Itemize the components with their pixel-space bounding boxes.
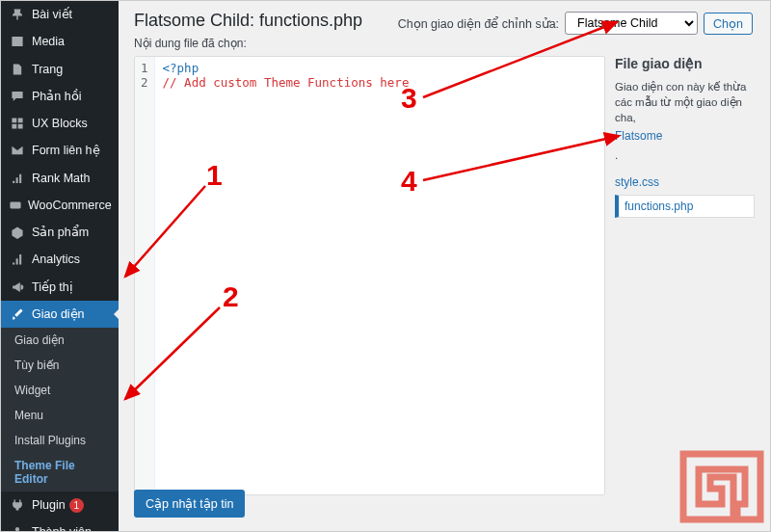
sidebar-item-label: Media [32,34,65,49]
update-file-button[interactable]: Cập nhật tập tin [134,490,245,518]
file-panel-desc: Giao diện con này kế thừa các mẫu từ một… [615,79,755,163]
annotation-number-1: 1 [206,159,223,192]
submenu-item-tùy-biến[interactable]: Tùy biến [1,353,119,378]
mail-icon [9,144,26,157]
submenu-item-menu[interactable]: Menu [1,403,119,428]
sidebar-item-trang[interactable]: Trang [1,56,119,83]
theme-select-label: Chọn giao diện để chỉnh sửa: [398,16,559,31]
submenu-item-giao-diện[interactable]: Giao diện [1,328,119,353]
file-panel-title: File giao diện [615,56,755,71]
sidebar-item-analytics[interactable]: Analytics [1,246,119,273]
sidebar-item-label: Sản phẩm [32,225,89,240]
sidebar-item-plugin[interactable]: Plugin1 [1,492,119,519]
sidebar-item-label: WooCommerce [28,198,112,213]
sidebar-item-label: Giao diện [32,306,85,322]
sidebar-item-rank-math[interactable]: Rank Math [1,165,119,192]
sidebar-item-woocommerce[interactable]: WooCommerce [1,192,119,219]
theme-select[interactable]: Flatsome Child [565,12,698,35]
sidebar-item-label: Plugin [32,497,66,513]
users-icon [9,525,26,531]
sidebar-item-label: Thành viên [32,524,92,531]
sidebar-item-label: Rank Math [32,171,90,186]
woo-icon [9,199,22,212]
watermark-logo [676,448,768,529]
content-area: Flatsome Child: functions.php Chọn giao … [119,1,770,531]
sidebar-item-media[interactable]: Media [1,28,119,55]
annotation-number-2: 2 [223,280,239,313]
sidebar-item-bài-viết[interactable]: Bài viết [1,1,119,28]
code-editor[interactable]: 12 <?php// Add custom Theme Functions he… [134,56,605,495]
rank-icon [9,172,26,185]
file-link-functions-php[interactable]: functions.php [615,195,755,218]
editor-subtitle: Nội dung file đã chọn: [134,37,755,50]
sidebar-item-label: Analytics [32,252,80,267]
submenu-item-widget[interactable]: Widget [1,378,119,403]
parent-theme-link[interactable]: Flatsome [615,125,755,147]
admin-sidebar: Bài viếtMediaTrangPhản hồiUX BlocksForm … [1,1,119,531]
sidebar-item-label: Phản hồi [32,89,81,104]
update-badge: 1 [69,498,84,513]
annotation-number-3: 3 [401,82,417,115]
submenu-item-theme-file-editor[interactable]: Theme File Editor [1,453,119,492]
sidebar-item-form-liên-hệ[interactable]: Form liên hệ [1,137,119,164]
sidebar-item-thành-viên[interactable]: Thành viên [1,519,119,531]
sidebar-item-giao-diện[interactable]: Giao diện [1,301,119,328]
marketing-icon [9,280,26,294]
sidebar-item-label: Tiếp thị [32,279,73,295]
submenu-item-install-plugins[interactable]: Install Plugins [1,428,119,453]
sidebar-item-label: Trang [32,62,63,77]
svg-rect-0 [10,201,20,208]
comment-icon [9,90,26,103]
annotation-number-4: 4 [401,165,417,198]
sidebar-item-tiếp-thị[interactable]: Tiếp thị [1,274,119,301]
analytics-icon [9,253,26,266]
sidebar-item-label: Form liên hệ [32,143,100,158]
select-button[interactable]: Chọn [704,13,753,35]
appearance-submenu: Giao diệnTùy biếnWidgetMenuInstall Plugi… [1,328,119,492]
sidebar-item-ux-blocks[interactable]: UX Blocks [1,110,119,137]
page-icon [9,63,26,76]
blocks-icon [9,117,26,130]
sidebar-item-sản-phẩm[interactable]: Sản phẩm [1,219,119,246]
file-panel: File giao diện Giao diện con này kế thừa… [615,56,755,495]
svg-point-1 [15,527,19,531]
file-link-style-css[interactable]: style.css [615,173,755,192]
product-icon [9,226,26,239]
brush-icon [9,307,26,321]
plugin-icon [9,498,26,512]
sidebar-item-phản-hồi[interactable]: Phản hồi [1,83,119,110]
pin-icon [9,8,26,21]
sidebar-item-label: UX Blocks [32,116,88,131]
media-icon [9,35,26,48]
sidebar-item-label: Bài viết [32,7,72,22]
